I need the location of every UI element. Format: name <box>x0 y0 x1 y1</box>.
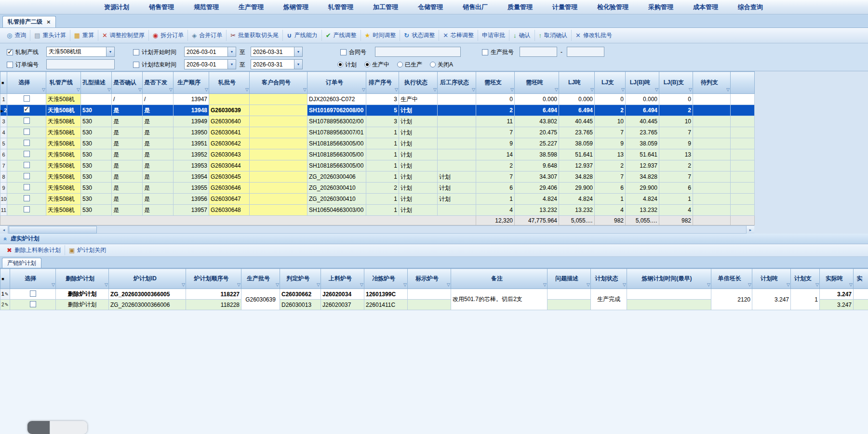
tab-pipe-rolling-schedule[interactable]: 轧管排产二级 × <box>2 16 56 27</box>
production-plan-row[interactable]: 11 天淮508机 530 是 是 13957 G26030648 SH1065… <box>0 205 755 216</box>
collapse-section-icon[interactable] <box>2 237 9 240</box>
filter-funnel-icon[interactable] <box>237 282 240 287</box>
row-select-checkbox[interactable] <box>24 195 30 201</box>
filter-funnel-icon[interactable] <box>433 87 437 92</box>
column-header[interactable]: 排产序号 <box>366 72 399 94</box>
production-plan-row[interactable]: 3 天淮508机 530 是 是 13949 G26030640 SH10788… <box>0 116 755 127</box>
filter-funnel-icon[interactable] <box>276 282 279 287</box>
column-header[interactable]: 上料炉号 <box>321 269 364 289</box>
filter-funnel-icon[interactable] <box>748 282 751 287</box>
status-radio[interactable]: 生产中 <box>364 61 389 69</box>
production-plan-row[interactable]: 2 天淮508机 530 是 是 13948 G26030639 SH10169… <box>0 105 755 116</box>
close-tab-icon[interactable]: × <box>47 18 51 26</box>
column-header[interactable]: 是否下发 <box>143 72 174 94</box>
column-header[interactable]: 删除炉计划 <box>56 269 109 289</box>
column-header[interactable]: 生产批号 <box>241 269 280 289</box>
column-header[interactable]: 选择 <box>7 72 46 94</box>
menu-warehouse-management[interactable]: 仓储管理 <box>418 3 443 12</box>
row-select-checkbox[interactable] <box>24 95 30 102</box>
filter-funnel-icon[interactable] <box>138 87 142 92</box>
plan-end-to-date[interactable]: 2026-03-31 <box>251 59 303 69</box>
filter-funnel-icon[interactable] <box>395 87 398 92</box>
order-no-checkbox[interactable] <box>7 62 13 68</box>
production-batch-checkbox[interactable] <box>482 49 488 55</box>
column-header[interactable]: 备注 <box>451 269 548 289</box>
column-header[interactable]: 炉计划顺序号 <box>186 269 241 289</box>
status-radio[interactable]: 已生产 <box>397 61 422 69</box>
production-plan-row[interactable]: 10 天淮508机 530 是 是 13956 G26030647 ZG_202… <box>0 194 755 205</box>
column-header[interactable]: 轧管产线 <box>46 72 81 94</box>
status-adjust-button[interactable]: ↻ 状态调整 <box>400 30 439 41</box>
production-plan-row[interactable]: 9 天淮508机 530 是 是 13955 G26030646 ZG_2026… <box>0 183 755 194</box>
filter-funnel-icon[interactable] <box>42 87 45 92</box>
menu-pipe-rolling-management[interactable]: 轧管管理 <box>328 3 353 12</box>
menu-resource-planning[interactable]: 资源计划 <box>104 3 129 12</box>
column-header[interactable]: 炼钢计划时间(最早) <box>627 269 711 289</box>
production-plan-row[interactable]: 6 天淮508机 530 是 是 13952 G26030643 SH10818… <box>0 149 755 160</box>
filter-funnel-icon[interactable] <box>472 87 475 92</box>
menu-inspection-management[interactable]: 检化验管理 <box>597 3 628 12</box>
column-header[interactable]: 单倍坯长 <box>711 269 752 289</box>
row-select-checkbox[interactable] <box>24 162 30 168</box>
row-select-checkbox[interactable] <box>24 184 30 190</box>
contract-no-checkbox[interactable] <box>340 49 347 55</box>
menu-processing-management[interactable]: 加工管理 <box>373 3 398 12</box>
filter-funnel-icon[interactable] <box>403 282 407 287</box>
filter-funnel-icon[interactable] <box>815 282 819 287</box>
dropdown-arrow-icon[interactable] <box>294 47 302 56</box>
filter-funnel-icon[interactable] <box>707 282 710 287</box>
furnace-plan-row[interactable]: 1 删除炉计划 ZG_202603000366005 118227 G26030… <box>0 289 868 300</box>
time-adjust-button[interactable]: ★ 时间调整 <box>361 30 400 41</box>
scroll-right-icon[interactable] <box>746 226 754 234</box>
filter-funnel-icon[interactable] <box>555 87 558 92</box>
adjust-wall-thickness-button[interactable]: ✕ 调整控制壁厚 <box>98 30 148 41</box>
plan-start-from-date[interactable]: 2026-03-01 <box>184 47 236 57</box>
menu-quality-management[interactable]: 质量管理 <box>507 3 533 12</box>
column-header[interactable]: 客户合同号 <box>250 72 307 94</box>
delete-furnace-plan-cell[interactable]: 删除炉计划 <box>56 289 109 300</box>
menu-sales-shipment[interactable]: 销售出厂 <box>463 3 488 12</box>
plan-end-from-date[interactable]: 2026-03-01 <box>184 59 236 69</box>
furnace-plan-close-button[interactable]: ▣ 炉计划关闭 <box>65 245 110 255</box>
menu-spec-management[interactable]: 规范管理 <box>194 3 219 12</box>
dropdown-arrow-icon[interactable] <box>227 60 236 69</box>
filter-funnel-icon[interactable] <box>447 282 450 287</box>
filter-funnel-icon[interactable] <box>105 282 108 287</box>
row-select-checkbox[interactable] <box>24 106 30 113</box>
filter-funnel-icon[interactable] <box>623 282 626 287</box>
menu-sales-management[interactable]: 销售管理 <box>149 3 174 12</box>
dropdown-arrow-icon[interactable] <box>227 47 236 56</box>
filter-funnel-icon[interactable] <box>52 282 55 287</box>
column-header[interactable]: 需坯吨 <box>515 72 559 94</box>
column-header[interactable]: LJ(B)支 <box>659 72 693 94</box>
column-header[interactable]: 选择 <box>10 269 56 289</box>
column-header[interactable]: 订单号 <box>307 72 366 94</box>
column-header[interactable]: 后工序状态 <box>438 72 476 94</box>
batch-cut-ends-button[interactable]: ✂ 批量获取切头尾 <box>226 30 282 41</box>
column-header[interactable]: 炉计划ID <box>109 269 186 289</box>
row-select-checkbox[interactable] <box>24 206 30 212</box>
production-plan-row[interactable]: 5 天淮508机 530 是 是 13951 G26030642 SH10818… <box>0 138 755 149</box>
filter-funnel-icon[interactable] <box>317 282 320 287</box>
filter-funnel-icon[interactable] <box>655 87 658 92</box>
filter-funnel-icon[interactable] <box>182 282 185 287</box>
menu-comprehensive-query[interactable]: 综合查询 <box>738 3 763 12</box>
column-header[interactable]: 轧批号 <box>209 72 250 94</box>
column-header[interactable]: 是否确认 <box>112 72 143 94</box>
horizontal-scrollbar[interactable] <box>0 225 754 234</box>
filter-funnel-icon[interactable] <box>205 87 208 92</box>
modify-roll-batch-button[interactable]: ✕ 修改轧批号 <box>571 30 616 41</box>
menu-cost-management[interactable]: 成本管理 <box>693 3 718 12</box>
plan-end-checkbox[interactable] <box>133 62 139 68</box>
filter-funnel-icon[interactable] <box>245 87 249 92</box>
corner-header[interactable] <box>0 269 10 289</box>
tab-production-sales-furnace-plan[interactable]: 产销炉计划 <box>2 258 41 268</box>
column-header[interactable]: 计划支 <box>791 269 820 289</box>
filter-funnel-icon[interactable] <box>849 282 853 287</box>
column-header[interactable]: 需坯支 <box>476 72 515 94</box>
column-header[interactable]: 实 <box>854 269 868 289</box>
menu-production-management[interactable]: 生产管理 <box>239 3 264 12</box>
recalc-from-start-button[interactable]: ▤ 重头计算 <box>30 30 69 41</box>
row-select-checkbox[interactable] <box>24 151 30 157</box>
column-header[interactable]: 执行状态 <box>399 72 438 94</box>
